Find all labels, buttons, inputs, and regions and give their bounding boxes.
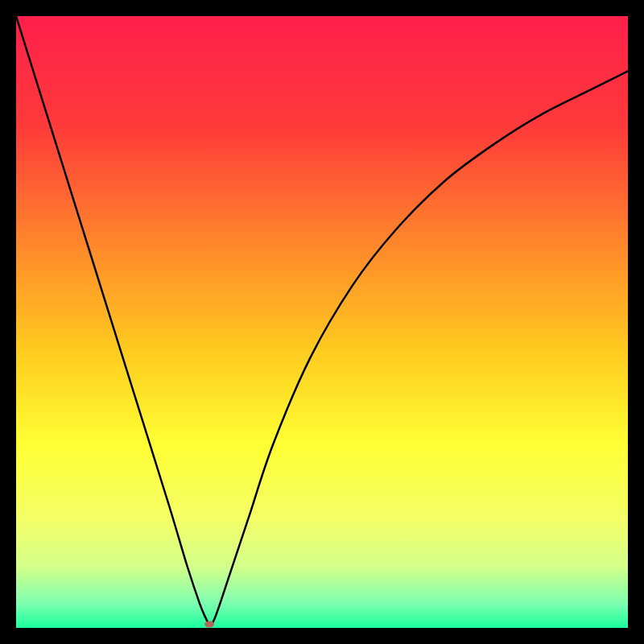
bottleneck-plot: [16, 16, 628, 628]
minimum-marker: [204, 621, 214, 627]
gradient-background: [16, 16, 628, 628]
chart-frame: TheBottleneck.com: [16, 16, 628, 628]
